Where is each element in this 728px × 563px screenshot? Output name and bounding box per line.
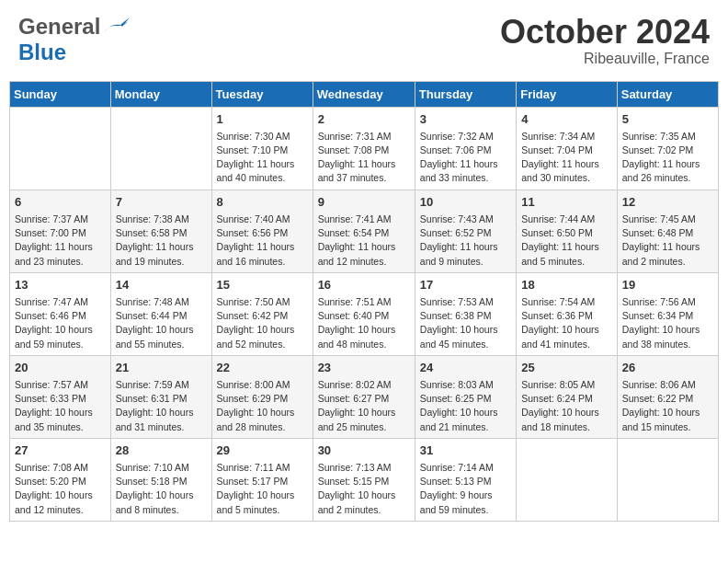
cell-info: Sunrise: 7:34 AM Sunset: 7:04 PM Dayligh… xyxy=(521,130,612,186)
day-header-tuesday: Tuesday xyxy=(211,81,313,107)
calendar-cell: 23Sunrise: 8:02 AM Sunset: 6:27 PM Dayli… xyxy=(313,355,415,438)
day-number: 27 xyxy=(15,442,106,459)
day-number: 25 xyxy=(521,360,612,376)
cell-info: Sunrise: 8:06 AM Sunset: 6:22 PM Dayligh… xyxy=(622,378,713,434)
day-number: 31 xyxy=(420,442,511,459)
cell-info: Sunrise: 7:57 AM Sunset: 6:33 PM Dayligh… xyxy=(15,378,106,434)
calendar-cell: 2Sunrise: 7:31 AM Sunset: 7:08 PM Daylig… xyxy=(313,107,415,190)
cell-info: Sunrise: 8:03 AM Sunset: 6:25 PM Dayligh… xyxy=(420,378,511,434)
cell-info: Sunrise: 7:50 AM Sunset: 6:42 PM Dayligh… xyxy=(217,295,308,351)
cell-info: Sunrise: 8:00 AM Sunset: 6:29 PM Dayligh… xyxy=(217,378,308,434)
day-header-saturday: Saturday xyxy=(617,81,718,107)
cell-info: Sunrise: 7:48 AM Sunset: 6:44 PM Dayligh… xyxy=(116,295,207,351)
calendar-week-row: 6Sunrise: 7:37 AM Sunset: 7:00 PM Daylig… xyxy=(10,190,719,272)
day-header-monday: Monday xyxy=(110,81,211,107)
calendar-cell: 28Sunrise: 7:10 AM Sunset: 5:18 PM Dayli… xyxy=(110,438,211,521)
day-number: 9 xyxy=(318,194,410,211)
calendar-cell: 1Sunrise: 7:30 AM Sunset: 7:10 PM Daylig… xyxy=(211,107,313,190)
cell-info: Sunrise: 7:38 AM Sunset: 6:58 PM Dayligh… xyxy=(116,213,207,269)
month-title: October 2024 xyxy=(500,14,710,51)
calendar-cell: 9Sunrise: 7:41 AM Sunset: 6:54 PM Daylig… xyxy=(313,190,415,272)
day-number: 14 xyxy=(116,277,207,293)
logo-blue-text: Blue xyxy=(18,40,66,64)
calendar-cell: 14Sunrise: 7:48 AM Sunset: 6:44 PM Dayli… xyxy=(110,272,211,355)
cell-info: Sunrise: 7:32 AM Sunset: 7:06 PM Dayligh… xyxy=(420,130,511,186)
calendar-cell: 27Sunrise: 7:08 AM Sunset: 5:20 PM Dayli… xyxy=(10,438,111,521)
cell-info: Sunrise: 7:08 AM Sunset: 5:20 PM Dayligh… xyxy=(15,461,106,517)
calendar-cell xyxy=(517,438,618,521)
logo-bird-icon xyxy=(102,16,130,38)
cell-info: Sunrise: 7:10 AM Sunset: 5:18 PM Dayligh… xyxy=(116,461,207,517)
calendar-cell: 5Sunrise: 7:35 AM Sunset: 7:02 PM Daylig… xyxy=(617,107,718,190)
calendar-cell: 16Sunrise: 7:51 AM Sunset: 6:40 PM Dayli… xyxy=(313,272,415,355)
day-number: 10 xyxy=(420,194,511,211)
cell-info: Sunrise: 7:40 AM Sunset: 6:56 PM Dayligh… xyxy=(217,213,308,269)
day-number: 24 xyxy=(420,360,511,376)
calendar-cell: 4Sunrise: 7:34 AM Sunset: 7:04 PM Daylig… xyxy=(517,107,618,190)
cell-info: Sunrise: 7:59 AM Sunset: 6:31 PM Dayligh… xyxy=(116,378,207,434)
cell-info: Sunrise: 7:14 AM Sunset: 5:13 PM Dayligh… xyxy=(420,461,511,517)
day-header-friday: Friday xyxy=(517,81,618,107)
calendar-cell: 6Sunrise: 7:37 AM Sunset: 7:00 PM Daylig… xyxy=(10,190,111,272)
day-number: 2 xyxy=(318,111,410,128)
day-number: 22 xyxy=(217,360,308,376)
cell-info: Sunrise: 7:35 AM Sunset: 7:02 PM Dayligh… xyxy=(622,130,713,186)
calendar-header-row: SundayMondayTuesdayWednesdayThursdayFrid… xyxy=(10,81,719,107)
day-number: 28 xyxy=(116,442,207,459)
calendar-cell: 12Sunrise: 7:45 AM Sunset: 6:48 PM Dayli… xyxy=(617,190,718,272)
day-number: 1 xyxy=(217,111,308,128)
calendar-cell: 11Sunrise: 7:44 AM Sunset: 6:50 PM Dayli… xyxy=(517,190,618,272)
cell-info: Sunrise: 8:02 AM Sunset: 6:27 PM Dayligh… xyxy=(318,378,410,434)
day-number: 17 xyxy=(420,277,511,293)
calendar-cell: 7Sunrise: 7:38 AM Sunset: 6:58 PM Daylig… xyxy=(110,190,211,272)
day-number: 11 xyxy=(521,194,612,211)
cell-info: Sunrise: 7:54 AM Sunset: 6:36 PM Dayligh… xyxy=(521,295,612,351)
calendar-week-row: 27Sunrise: 7:08 AM Sunset: 5:20 PM Dayli… xyxy=(10,438,719,521)
calendar-week-row: 20Sunrise: 7:57 AM Sunset: 6:33 PM Dayli… xyxy=(10,355,719,438)
day-number: 30 xyxy=(318,442,410,459)
cell-info: Sunrise: 8:05 AM Sunset: 6:24 PM Dayligh… xyxy=(521,378,612,434)
cell-info: Sunrise: 7:37 AM Sunset: 7:00 PM Dayligh… xyxy=(15,213,106,269)
calendar-cell: 19Sunrise: 7:56 AM Sunset: 6:34 PM Dayli… xyxy=(617,272,718,355)
calendar-cell: 20Sunrise: 7:57 AM Sunset: 6:33 PM Dayli… xyxy=(10,355,111,438)
day-number: 23 xyxy=(318,360,410,376)
day-number: 19 xyxy=(622,277,713,293)
day-number: 29 xyxy=(217,442,308,459)
calendar-table: SundayMondayTuesdayWednesdayThursdayFrid… xyxy=(9,81,719,522)
calendar-cell: 31Sunrise: 7:14 AM Sunset: 5:13 PM Dayli… xyxy=(415,438,516,521)
day-number: 15 xyxy=(217,277,308,293)
day-number: 16 xyxy=(318,277,410,293)
day-header-sunday: Sunday xyxy=(10,81,111,107)
calendar-week-row: 13Sunrise: 7:47 AM Sunset: 6:46 PM Dayli… xyxy=(10,272,719,355)
day-number: 4 xyxy=(521,111,612,128)
day-number: 6 xyxy=(15,194,106,211)
calendar-cell: 25Sunrise: 8:05 AM Sunset: 6:24 PM Dayli… xyxy=(517,355,618,438)
cell-info: Sunrise: 7:31 AM Sunset: 7:08 PM Dayligh… xyxy=(318,130,410,186)
cell-info: Sunrise: 7:44 AM Sunset: 6:50 PM Dayligh… xyxy=(521,213,612,269)
calendar-cell: 10Sunrise: 7:43 AM Sunset: 6:52 PM Dayli… xyxy=(415,190,516,272)
calendar-cell xyxy=(10,107,111,190)
calendar-cell: 13Sunrise: 7:47 AM Sunset: 6:46 PM Dayli… xyxy=(10,272,111,355)
day-number: 3 xyxy=(420,111,511,128)
calendar-cell: 29Sunrise: 7:11 AM Sunset: 5:17 PM Dayli… xyxy=(211,438,313,521)
calendar-cell: 15Sunrise: 7:50 AM Sunset: 6:42 PM Dayli… xyxy=(211,272,313,355)
calendar-cell xyxy=(110,107,211,190)
day-number: 13 xyxy=(15,277,106,293)
day-number: 5 xyxy=(622,111,713,128)
cell-info: Sunrise: 7:13 AM Sunset: 5:15 PM Dayligh… xyxy=(318,461,410,517)
cell-info: Sunrise: 7:43 AM Sunset: 6:52 PM Dayligh… xyxy=(420,213,511,269)
logo: General Blue xyxy=(18,14,130,65)
day-header-thursday: Thursday xyxy=(415,81,516,107)
calendar-cell: 18Sunrise: 7:54 AM Sunset: 6:36 PM Dayli… xyxy=(517,272,618,355)
day-number: 21 xyxy=(116,360,207,376)
cell-info: Sunrise: 7:11 AM Sunset: 5:17 PM Dayligh… xyxy=(217,461,308,517)
calendar-cell: 17Sunrise: 7:53 AM Sunset: 6:38 PM Dayli… xyxy=(415,272,516,355)
day-number: 20 xyxy=(15,360,106,376)
day-number: 12 xyxy=(622,194,713,211)
day-number: 7 xyxy=(116,194,207,211)
calendar-cell: 24Sunrise: 8:03 AM Sunset: 6:25 PM Dayli… xyxy=(415,355,516,438)
calendar-cell xyxy=(617,438,718,521)
cell-info: Sunrise: 7:45 AM Sunset: 6:48 PM Dayligh… xyxy=(622,213,713,269)
cell-info: Sunrise: 7:51 AM Sunset: 6:40 PM Dayligh… xyxy=(318,295,410,351)
day-number: 26 xyxy=(622,360,713,376)
